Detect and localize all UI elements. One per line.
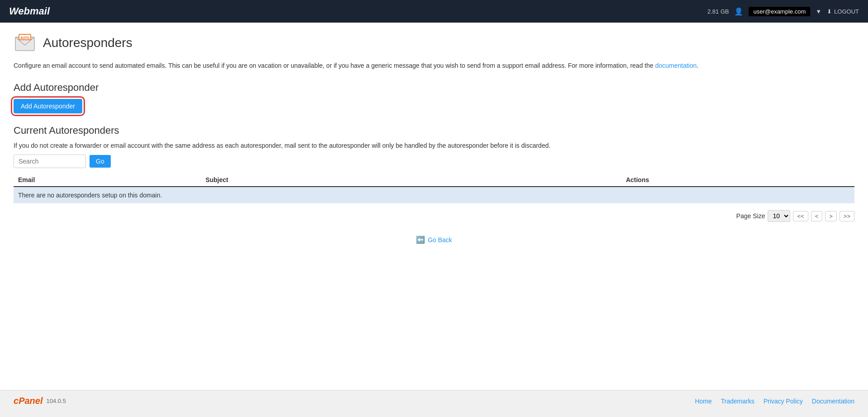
logo: Webmail [9, 5, 50, 17]
table-header: Email Subject Actions [14, 173, 854, 187]
autoresponder-icon: AUTO [14, 32, 36, 54]
table-body: There are no autoresponders setup on thi… [14, 187, 854, 203]
documentation-link[interactable]: documentation [655, 62, 697, 69]
user-icon: 👤 [734, 7, 743, 16]
search-input[interactable] [14, 155, 86, 168]
page-title: Autoresponders [43, 36, 132, 50]
footer-links: Home Trademarks Privacy Policy Documenta… [695, 398, 854, 405]
current-section-title: Current Autoresponders [14, 125, 854, 136]
user-dropdown-icon[interactable]: ▼ [816, 8, 821, 15]
header-right: 2.81 GB 👤 user@example.com ▼ ⬇ LOGOUT [708, 7, 859, 16]
footer: cPanel 104.0.5 Home Trademarks Privacy P… [0, 390, 868, 412]
svg-text:AUTO: AUTO [20, 36, 29, 39]
last-page-button[interactable]: >> [840, 211, 854, 221]
footer-link-documentation[interactable]: Documentation [812, 398, 854, 405]
page-description: Configure an email account to send autom… [14, 61, 854, 70]
section-note: If you do not create a forwarder or emai… [14, 142, 854, 149]
go-button[interactable]: Go [90, 155, 111, 168]
first-page-button[interactable]: << [793, 211, 808, 221]
empty-message: There are no autoresponders setup on thi… [14, 187, 854, 203]
footer-link-trademarks[interactable]: Trademarks [721, 398, 755, 405]
cpanel-version: 104.0.5 [46, 398, 66, 404]
page-header: AUTO Autoresponders [14, 32, 854, 54]
page-size-select[interactable]: 10 [768, 210, 790, 222]
col-actions: Actions [621, 173, 854, 187]
logout-icon: ⬇ [827, 8, 832, 15]
col-subject: Subject [201, 173, 621, 187]
prev-page-button[interactable]: < [811, 211, 823, 221]
username-display: user@example.com [749, 7, 810, 16]
add-section-title: Add Autoresponder [14, 82, 854, 94]
go-back-icon: ⬅️ [416, 235, 425, 244]
header: Webmail 2.81 GB 👤 user@example.com ▼ ⬇ L… [0, 0, 868, 23]
cpanel-logo: cPanel [14, 396, 42, 406]
main-content: AUTO Autoresponders Configure an email a… [0, 23, 868, 390]
go-back-area: ⬅️ Go Back [14, 235, 854, 244]
go-back-label: Go Back [428, 236, 452, 244]
logout-button[interactable]: ⬇ LOGOUT [827, 8, 859, 15]
next-page-button[interactable]: > [825, 211, 837, 221]
footer-link-home[interactable]: Home [695, 398, 712, 405]
pagination: Page Size 10 << < > >> [14, 210, 854, 222]
footer-link-privacy[interactable]: Privacy Policy [764, 398, 803, 405]
page-size-label: Page Size [736, 212, 765, 220]
search-area: Go [14, 155, 854, 168]
cpanel-brand: cPanel 104.0.5 [14, 396, 66, 406]
autoresponders-table: Email Subject Actions There are no autor… [14, 173, 854, 203]
col-email: Email [14, 173, 201, 187]
go-back-link[interactable]: ⬅️ Go Back [416, 235, 452, 244]
table-row: There are no autoresponders setup on thi… [14, 187, 854, 203]
add-autoresponder-button[interactable]: Add Autoresponder [14, 99, 82, 113]
storage-info: 2.81 GB [708, 8, 729, 15]
